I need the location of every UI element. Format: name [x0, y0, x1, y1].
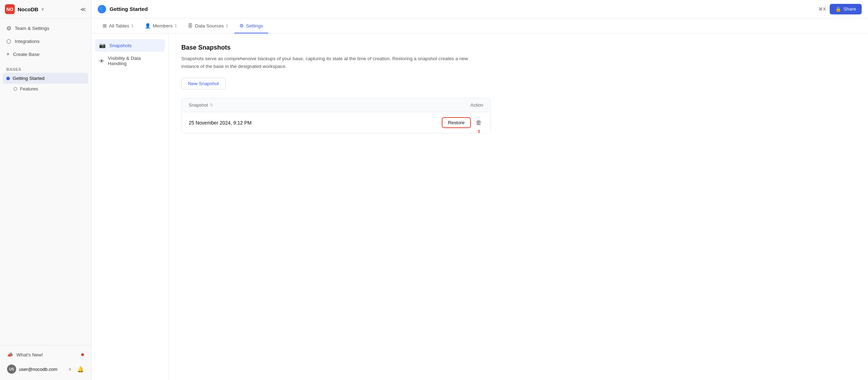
sidebar-nav: ⚙ Team & Settings ⬡ Integrations + Creat…: [0, 19, 91, 64]
sort-icon: ⇅: [210, 103, 213, 107]
tab-data-sources[interactable]: 🗄 Data Sources 1: [183, 19, 233, 33]
brand-logo: NO: [5, 4, 15, 14]
share-label: Share: [843, 6, 856, 12]
tab-members[interactable]: 👤 Members 1: [140, 19, 182, 33]
gear-icon: ⚙: [6, 25, 11, 32]
bases-label: Bases: [0, 64, 91, 73]
user-row[interactable]: US user@nocodb.com ∧ 🔔: [4, 362, 88, 376]
whats-new-item[interactable]: 📣 What's New!: [4, 349, 88, 360]
settings-item-snapshots[interactable]: 📷 Snapshots: [95, 39, 165, 52]
tab-label: All Tables: [109, 23, 129, 28]
user-email: user@nocodb.com: [19, 367, 57, 372]
col-snapshot-label: Snapshot: [189, 102, 208, 108]
members-icon: 👤: [145, 23, 151, 28]
settings-item-label: Visibility & Data Handling: [108, 56, 161, 66]
delete-button[interactable]: 🗑: [474, 118, 483, 128]
tab-badge: 1: [175, 24, 177, 28]
camera-icon: 📷: [99, 42, 106, 49]
brand-row[interactable]: NO NocoDB ∨: [5, 4, 44, 14]
tab-label: Data Sources: [195, 23, 224, 28]
settings-item-visibility[interactable]: 👁 Visibility & Data Handling: [95, 52, 165, 69]
sidebar-item-team-settings[interactable]: ⚙ Team & Settings: [3, 22, 88, 34]
bell-icon[interactable]: 🔔: [77, 366, 84, 373]
table-icon: ⊞: [103, 23, 107, 28]
topbar-logo-icon: 🔷: [98, 5, 106, 13]
tab-label: Members: [153, 23, 173, 28]
col-action: Action: [434, 102, 483, 108]
share-button[interactable]: 🔒 Share: [830, 4, 862, 14]
snapshot-actions: Restore 🗑 1: [442, 117, 483, 128]
new-snapshot-button[interactable]: New Snapshot: [181, 78, 226, 89]
settings-item-label: Snapshots: [109, 43, 132, 48]
sidebar-nav-label: Integrations: [15, 39, 40, 44]
eye-icon: 👁: [99, 58, 104, 64]
plus-icon: +: [6, 51, 9, 57]
col-snapshot: Snapshot ⇅: [189, 102, 434, 108]
snapshot-name: 25 November 2024, 9:12 PM: [189, 120, 442, 126]
main-panel: Base Snapshots Snapshots serve as compre…: [169, 33, 868, 380]
brand-chevron-icon: ∨: [41, 7, 44, 12]
whats-new-label: What's New!: [17, 352, 43, 357]
settings-sidebar: 📷 Snapshots 👁 Visibility & Data Handling: [91, 33, 169, 380]
main: 🔷 Getting Started ⌘ K 🔒 Share ⊞ All Tabl…: [91, 0, 868, 380]
content: 📷 Snapshots 👁 Visibility & Data Handling…: [91, 33, 868, 380]
section-description: Snapshots serve as comprehensive backups…: [181, 55, 469, 70]
restore-button[interactable]: Restore: [442, 117, 471, 128]
brand-name: NocoDB: [18, 6, 38, 12]
tabbar: ⊞ All Tables 1 👤 Members 1 🗄 Data Source…: [91, 18, 868, 33]
snapshot-table: Snapshot ⇅ Action 25 November 2024, 9:12…: [181, 98, 491, 133]
section-title: Base Snapshots: [181, 44, 855, 51]
table-header: Snapshot ⇅ Action: [182, 98, 490, 112]
sidebar-header: NO NocoDB ∨ ≪: [0, 0, 91, 19]
avatar: US: [7, 365, 16, 374]
sidebar-nav-label: Team & Settings: [15, 26, 49, 31]
integrations-icon: ⬡: [6, 38, 11, 45]
page-title: Getting Started: [110, 6, 148, 12]
tab-badge: 1: [131, 24, 134, 28]
notification-dot: [81, 353, 84, 356]
sidebar-item-getting-started[interactable]: Getting Started: [3, 73, 88, 84]
tab-badge: 1: [226, 24, 228, 28]
sidebar-item-integrations[interactable]: ⬡ Integrations: [3, 35, 88, 48]
trash-icon: 🗑: [476, 119, 482, 126]
sidebar-item-features[interactable]: ⬡ Features: [3, 84, 88, 94]
feature-name: Features: [20, 86, 38, 91]
tab-settings[interactable]: ⚙ Settings: [234, 19, 268, 33]
datasource-icon: 🗄: [188, 23, 193, 28]
topbar: 🔷 Getting Started ⌘ K 🔒 Share: [91, 0, 868, 18]
sidebar-nav-label: Create Base: [13, 52, 39, 57]
k-key: K: [823, 7, 826, 12]
table-row: 25 November 2024, 9:12 PM Restore 🗑 1: [182, 112, 490, 133]
base-dot-icon: [6, 77, 10, 80]
sidebar-collapse-button[interactable]: ≪: [80, 6, 86, 13]
lock-icon: 🔒: [835, 6, 841, 12]
keyboard-shortcut: ⌘ K: [818, 7, 826, 12]
settings-icon: ⚙: [239, 23, 244, 28]
sidebar-item-create-base[interactable]: + Create Base: [3, 48, 88, 60]
megaphone-icon: 📣: [7, 352, 13, 357]
base-name: Getting Started: [13, 76, 45, 81]
click-badge: 1: [478, 128, 480, 133]
features-icon: ⬡: [13, 86, 17, 91]
tab-label: Settings: [246, 23, 263, 28]
user-chevron-icon: ∧: [69, 367, 71, 372]
tab-all-tables[interactable]: ⊞ All Tables 1: [98, 19, 138, 33]
sidebar: NO NocoDB ∨ ≪ ⚙ Team & Settings ⬡ Integr…: [0, 0, 91, 380]
cmd-key: ⌘: [818, 7, 823, 12]
sidebar-footer: 📣 What's New! US user@nocodb.com ∧ 🔔: [0, 345, 91, 380]
